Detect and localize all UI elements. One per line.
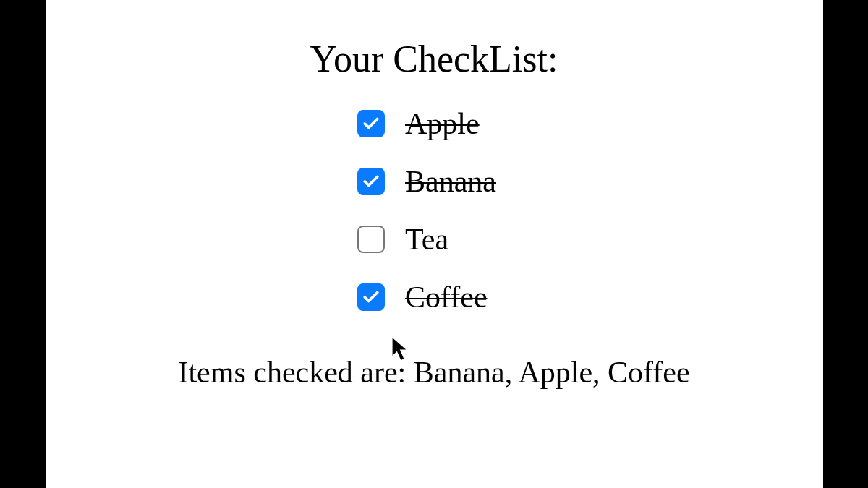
checklist-item-coffee: Coffee: [357, 280, 496, 314]
checklist-item-apple: Apple: [357, 106, 496, 141]
summary-values: Banana, Apple, Coffee: [414, 356, 690, 389]
checked-summary: Items checked are: Banana, Apple, Coffee: [178, 355, 689, 390]
checklist-item-label: Coffee: [405, 280, 488, 314]
checklist: Apple Banana Tea Cof: [357, 106, 496, 314]
checklist-item-tea: Tea: [357, 222, 496, 257]
checklist-item-label: Banana: [405, 164, 496, 199]
checkbox-coffee[interactable]: [357, 283, 385, 311]
page-title: Your CheckList:: [310, 38, 558, 80]
check-icon: [362, 114, 380, 133]
checklist-item-banana: Banana: [357, 164, 496, 199]
checkbox-apple[interactable]: [357, 110, 385, 137]
checkbox-banana[interactable]: [357, 168, 385, 195]
checkbox-tea[interactable]: [357, 226, 385, 253]
check-icon: [362, 288, 380, 307]
checklist-item-label: Apple: [405, 106, 480, 141]
summary-prefix: Items checked are:: [178, 356, 413, 389]
check-icon: [362, 172, 380, 191]
page-content: Your CheckList: Apple Banana: [46, 0, 823, 488]
checklist-item-label: Tea: [405, 222, 448, 257]
